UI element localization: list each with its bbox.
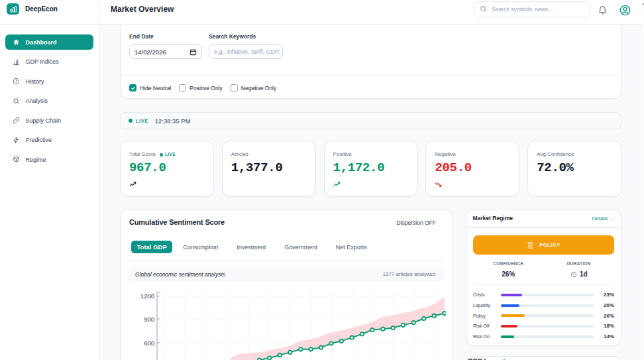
svg-text:900: 900: [144, 316, 154, 323]
svg-text:600: 600: [144, 339, 154, 347]
svg-text:1200: 1200: [140, 292, 154, 300]
